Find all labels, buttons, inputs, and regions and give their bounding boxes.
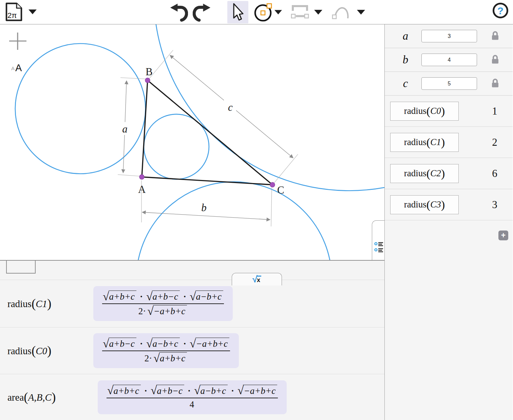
lock-icon[interactable] <box>491 31 499 42</box>
document-icon: 2π <box>5 2 23 22</box>
measurement-value: 3 <box>487 199 502 211</box>
variable-b-input[interactable] <box>421 54 477 66</box>
point-A[interactable] <box>139 175 144 179</box>
circle-tool-caret-icon[interactable] <box>274 10 282 14</box>
text-size-small-label[interactable]: A <box>11 65 15 71</box>
chevron-down-icon[interactable] <box>28 9 37 14</box>
constraint-tool-button[interactable] <box>290 2 309 22</box>
dim-label-b: b <box>201 202 207 214</box>
variable-name: c <box>400 77 411 90</box>
text-size-large-label[interactable]: A <box>15 62 22 73</box>
formula-label[interactable]: radius(C1) <box>7 296 93 311</box>
dim-label-c: c <box>228 101 233 113</box>
formula-label[interactable]: radius(C0) <box>7 343 93 358</box>
variables-sidebar: a b c radius(C0) 1 <box>384 24 513 420</box>
excircle-C3[interactable] <box>136 182 332 260</box>
undo-icon <box>170 3 188 22</box>
variable-name: b <box>400 54 411 66</box>
curve-tool-caret-icon[interactable] <box>357 10 365 15</box>
empty-formula-cell[interactable] <box>6 261 36 274</box>
dimension-c[interactable]: c <box>149 50 298 184</box>
formula-row: radius(C0) √a+b−c · √a−b+c · √−a+b+c 2· … <box>0 327 384 374</box>
point-label-A: A <box>138 183 146 195</box>
redo-button[interactable] <box>192 2 212 22</box>
variable-c-input[interactable] <box>421 77 477 90</box>
measurement-row: radius(C1) 2 <box>385 127 513 158</box>
measurement-expression[interactable]: radius(C1) <box>390 133 459 152</box>
measurement-expression[interactable]: radius(C0) <box>390 102 459 121</box>
formula-expression[interactable]: √a+b−c · √a−b+c · √−a+b+c 2· √a+b+c <box>93 333 239 368</box>
excircle-C1[interactable] <box>15 44 146 174</box>
formula-panel-tab[interactable]: √x <box>232 273 282 285</box>
geometry-figure: A A a b <box>0 24 384 260</box>
formula-expression[interactable]: √a+b+c · √a+b−c · √a−b+c 2· √−a+b+c <box>93 286 233 321</box>
circle-tool-button[interactable] <box>253 2 274 22</box>
sqrt-x-label: x <box>256 276 261 283</box>
formula-panel-header <box>0 261 384 280</box>
variable-a-input[interactable] <box>421 30 477 42</box>
dimension-b[interactable]: b <box>141 180 272 226</box>
variable-row-c: c <box>385 72 513 96</box>
measurement-expression[interactable]: radius(C2) <box>390 164 459 183</box>
select-tool-button[interactable] <box>227 1 248 23</box>
triangle-ABC[interactable] <box>142 80 272 185</box>
list-icon <box>374 242 384 253</box>
point-label-B: B <box>146 66 153 78</box>
variable-row-a: a <box>385 24 513 48</box>
help-button[interactable]: ? <box>493 3 508 18</box>
add-measurement-button[interactable]: + <box>498 231 508 240</box>
circle-tool-icon <box>253 2 274 22</box>
measurement-expression[interactable]: radius(C3) <box>390 195 459 214</box>
zoom-crosshair-icon[interactable] <box>9 33 26 50</box>
point-C[interactable] <box>270 182 275 187</box>
measurement-value: 6 <box>487 167 502 180</box>
lock-icon[interactable] <box>491 55 499 65</box>
help-label: ? <box>497 5 504 16</box>
point-B[interactable] <box>145 78 150 83</box>
measurement-row: radius(C3) 3 <box>385 189 513 220</box>
measurement-value: 2 <box>487 136 502 148</box>
variable-row-b: b <box>385 48 513 72</box>
toolbar: 2π <box>0 0 513 24</box>
curve-tool-icon <box>331 5 351 20</box>
lock-icon[interactable] <box>491 78 499 89</box>
file-menu-button[interactable]: 2π <box>5 2 23 22</box>
constraint-tool-caret-icon[interactable] <box>314 10 322 15</box>
variable-name: a <box>400 30 411 42</box>
dimension-tool-icon <box>291 5 309 20</box>
file-menu-group: 2π <box>5 2 37 22</box>
formula-label[interactable]: area(A,B,C) <box>7 390 93 404</box>
measurement-row: radius(C2) 6 <box>385 158 513 189</box>
cursor-icon <box>231 3 244 22</box>
formula-row: radius(C1) √a+b+c · √a+b−c · √a−b+c 2· √… <box>0 280 384 327</box>
geometry-app: 2π <box>0 0 513 420</box>
measurement-row: radius(C0) 1 <box>385 96 513 127</box>
tool-group <box>169 0 365 24</box>
drawing-canvas[interactable]: A A a b <box>0 24 384 260</box>
redo-icon <box>193 3 211 22</box>
file-label: 2π <box>7 11 17 20</box>
point-label-C: C <box>277 184 284 196</box>
excircle-C2[interactable] <box>154 24 385 191</box>
dim-label-a: a <box>122 123 128 135</box>
formula-panel: radius(C1) √a+b+c · √a+b−c · √a−b+c 2· √… <box>0 260 384 420</box>
formula-expression[interactable]: √a+b+c · √a+b−c · √a−b+c · √−a+b+c 4 <box>98 380 287 414</box>
measurement-value: 1 <box>487 105 502 117</box>
curve-tool-button[interactable] <box>331 2 352 22</box>
add-measurement-row: + <box>385 220 513 250</box>
formula-row: area(A,B,C) √a+b+c · √a+b−c · √a−b+c · √… <box>0 374 384 420</box>
undo-button[interactable] <box>169 2 189 22</box>
